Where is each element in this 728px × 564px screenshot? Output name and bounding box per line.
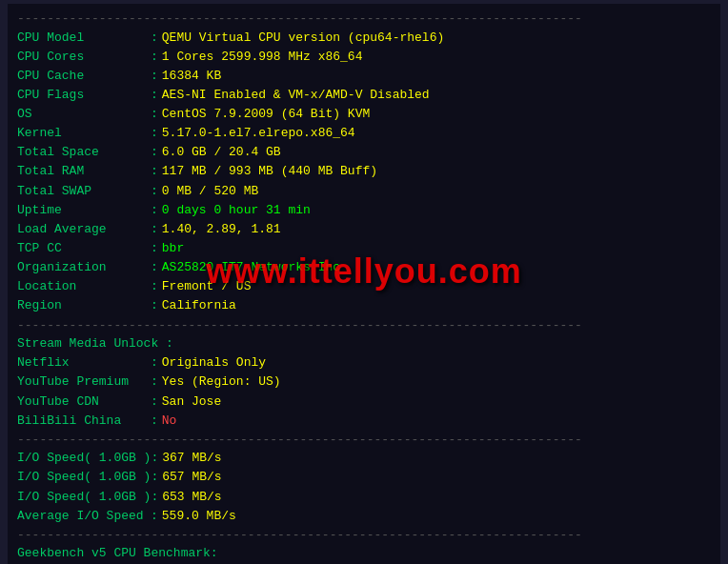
value-avg-io: 559.0 MB/s	[162, 507, 236, 526]
divider-2: ----------------------------------------…	[17, 431, 711, 450]
label-load-average: Load Average	[17, 220, 151, 239]
label-total-swap: Total SWAP	[17, 182, 151, 201]
value-netflix: Originals Only	[162, 353, 266, 373]
label-cpu-flags: CPU Flags	[17, 86, 151, 105]
row-cpu-model: CPU Model : QEMU Virtual CPU version (cp…	[17, 29, 711, 48]
row-bilibili: BiliBili China : No	[17, 412, 711, 431]
divider-1: ----------------------------------------…	[17, 316, 711, 335]
label-avg-io: Average I/O Speed	[17, 507, 151, 526]
row-netflix: Netflix : Originals Only	[17, 353, 711, 373]
row-stream-header: Stream Media Unlock :	[17, 334, 711, 353]
value-cpu-cache: 16384 KB	[162, 67, 221, 86]
label-region: Region	[17, 296, 151, 315]
value-os: CentOS 7.9.2009 (64 Bit) KVM	[162, 105, 370, 124]
row-cpu-cache: CPU Cache : 16384 KB	[17, 67, 711, 86]
value-io-1: 367 MB/s	[162, 449, 221, 468]
terminal: ----------------------------------------…	[8, 4, 720, 564]
value-tcp-cc: bbr	[162, 239, 184, 258]
label-uptime: Uptime	[17, 201, 151, 220]
value-region: California	[162, 296, 236, 315]
row-cpu-flags: CPU Flags : AES-NI Enabled & VM-x/AMD-V …	[17, 86, 711, 105]
divider-top: ----------------------------------------…	[17, 10, 711, 29]
watermark: www.ittellyou.com	[206, 252, 522, 292]
row-avg-io: Average I/O Speed : 559.0 MB/s	[17, 507, 711, 526]
value-cpu-cores: 1 Cores 2599.998 MHz x86_64	[162, 48, 363, 67]
value-youtube-cdn: San Jose	[162, 393, 221, 412]
value-cpu-model: QEMU Virtual CPU version (cpu64-rhel6)	[162, 29, 444, 48]
row-load-average: Load Average : 1.40, 2.89, 1.81	[17, 220, 711, 239]
label-os: OS	[17, 105, 151, 124]
row-io-1: I/O Speed( 1.0GB ) : 367 MB/s	[17, 449, 711, 468]
row-kernel: Kernel : 5.17.0-1.el7.elrepo.x86_64	[17, 124, 711, 143]
row-cpu-cores: CPU Cores : 1 Cores 2599.998 MHz x86_64	[17, 48, 711, 67]
value-load-average: 1.40, 2.89, 1.81	[162, 220, 281, 239]
row-uptime: Uptime : 0 days 0 hour 31 min	[17, 201, 711, 220]
label-organization: Organization	[17, 258, 151, 277]
label-io-3: I/O Speed( 1.0GB )	[17, 488, 151, 507]
row-bench-header: Geekbench v5 CPU Benchmark:	[17, 544, 711, 563]
row-io-2: I/O Speed( 1.0GB ) : 657 MB/s	[17, 468, 711, 487]
value-total-space: 6.0 GB / 20.4 GB	[162, 143, 281, 162]
value-io-3: 653 MB/s	[162, 488, 221, 507]
bench-header: Geekbench v5 CPU Benchmark:	[17, 544, 218, 563]
label-cpu-cache: CPU Cache	[17, 67, 151, 86]
value-total-swap: 0 MB / 520 MB	[162, 182, 258, 201]
row-youtube-cdn: YouTube CDN : San Jose	[17, 393, 711, 412]
label-total-space: Total Space	[17, 143, 151, 162]
label-kernel: Kernel	[17, 124, 151, 143]
value-uptime: 0 days 0 hour 31 min	[162, 201, 311, 220]
row-total-swap: Total SWAP : 0 MB / 520 MB	[17, 182, 711, 201]
label-youtube-cdn: YouTube CDN	[17, 393, 151, 412]
label-io-2: I/O Speed( 1.0GB )	[17, 468, 151, 487]
stream-header: Stream Media Unlock :	[17, 334, 173, 353]
row-io-3: I/O Speed( 1.0GB ) : 653 MB/s	[17, 488, 711, 507]
row-total-space: Total Space : 6.0 GB / 20.4 GB	[17, 143, 711, 162]
value-cpu-flags: AES-NI Enabled & VM-x/AMD-V Disabled	[162, 86, 430, 105]
label-bilibili: BiliBili China	[17, 412, 151, 431]
value-youtube-premium: Yes (Region: US)	[162, 373, 281, 392]
divider-3: ----------------------------------------…	[17, 526, 711, 545]
row-total-ram: Total RAM : 117 MB / 993 MB (440 MB Buff…	[17, 162, 711, 181]
label-tcp-cc: TCP CC	[17, 239, 151, 258]
row-youtube-premium: YouTube Premium : Yes (Region: US)	[17, 373, 711, 392]
label-netflix: Netflix	[17, 353, 151, 373]
label-io-1: I/O Speed( 1.0GB )	[17, 449, 151, 468]
value-io-2: 657 MB/s	[162, 468, 221, 487]
label-cpu-cores: CPU Cores	[17, 48, 151, 67]
value-kernel: 5.17.0-1.el7.elrepo.x86_64	[162, 124, 355, 143]
value-total-ram: 117 MB / 993 MB (440 MB Buff)	[162, 162, 377, 181]
label-youtube-premium: YouTube Premium	[17, 373, 151, 392]
row-os: OS : CentOS 7.9.2009 (64 Bit) KVM	[17, 105, 711, 124]
row-region: Region : California	[17, 296, 711, 315]
label-total-ram: Total RAM	[17, 162, 151, 181]
label-cpu-model: CPU Model	[17, 29, 151, 48]
label-location: Location	[17, 277, 151, 296]
value-bilibili: No	[162, 412, 177, 431]
